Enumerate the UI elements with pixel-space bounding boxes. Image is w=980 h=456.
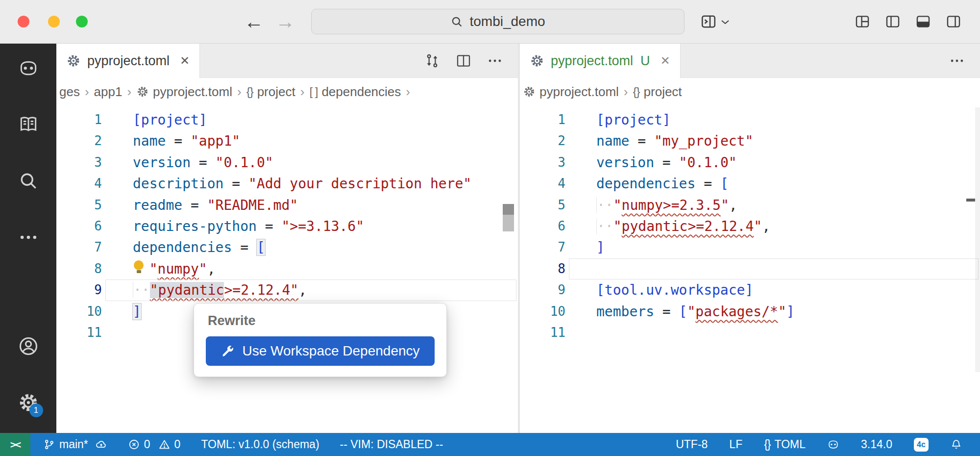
- minimize-window-button[interactable]: [48, 16, 60, 27]
- scrollbar-thumb[interactable]: [503, 204, 514, 231]
- close-window-button[interactable]: [18, 16, 29, 27]
- code-line-5[interactable]: 5··"numpy>=2.3.5",: [520, 195, 980, 216]
- breadcrumb-item-project[interactable]: {}project: [246, 84, 295, 100]
- more-actions-icon[interactable]: [949, 52, 965, 69]
- notifications-item[interactable]: [950, 438, 962, 451]
- breadcrumb-item-dependencies[interactable]: [ ]dependencies: [309, 84, 401, 100]
- git-branch-item[interactable]: main*: [43, 438, 107, 451]
- braces-symbol-icon: {}: [633, 85, 640, 99]
- breadcrumb-item-pyproject.toml[interactable]: pyproject.toml: [136, 84, 232, 100]
- token: ": [778, 304, 786, 320]
- code-action-popup: Rewrite Use Workspace Dependency: [194, 303, 447, 377]
- command-center[interactable]: tombi_demo: [311, 9, 685, 34]
- more-actions-icon[interactable]: [487, 52, 503, 69]
- breadcrumb-label: pyproject.toml: [539, 84, 619, 100]
- line-number: 7: [56, 237, 102, 258]
- extension-4c-item[interactable]: 4c: [914, 438, 929, 452]
- use-workspace-dependency-button[interactable]: Use Workspace Dependency: [206, 336, 435, 366]
- search-icon: [450, 15, 464, 28]
- scrollbar[interactable]: [975, 107, 980, 372]
- breadcrumb-item-pyproject.toml[interactable]: pyproject.toml: [523, 84, 619, 100]
- toggle-primary-sidebar-icon[interactable]: [884, 13, 901, 30]
- wrench-icon: [220, 344, 235, 358]
- token: "0.1.0": [216, 154, 273, 171]
- token: numpy: [158, 261, 199, 277]
- close-tab-icon[interactable]: ✕: [661, 54, 670, 68]
- breadcrumb-item-ges[interactable]: ges: [59, 84, 80, 100]
- code-line-3[interactable]: 3version = "0.1.0": [520, 152, 980, 173]
- branch-icon: [43, 438, 55, 451]
- toml-version-item[interactable]: TOML: v1.0.0 (schema): [201, 438, 319, 451]
- close-tab-icon[interactable]: ✕: [180, 54, 190, 68]
- code-line-7[interactable]: 7dependencies = [: [56, 237, 518, 258]
- token: "0.1.0": [679, 154, 737, 171]
- code-line-9[interactable]: 9··"pydantic>=2.12.4",: [56, 279, 518, 301]
- token: ]: [596, 239, 605, 255]
- eol-item[interactable]: LF: [729, 438, 742, 451]
- code-line-8[interactable]: 8"numpy",: [56, 258, 518, 279]
- breadcrumbs-right: pyproject.toml›{}project: [520, 78, 980, 105]
- token: [tool.uv.workspace]: [596, 282, 753, 298]
- code-line-3[interactable]: 3version = "0.1.0": [56, 152, 518, 173]
- toggle-secondary-sidebar-icon[interactable]: [945, 13, 962, 30]
- token: [: [720, 176, 729, 192]
- forward-icon[interactable]: →: [275, 9, 295, 34]
- back-icon[interactable]: ←: [244, 9, 264, 34]
- open-changes-icon[interactable]: [424, 52, 441, 69]
- code-line-5[interactable]: 5readme = "README.md": [56, 195, 518, 216]
- line-number: 3: [56, 152, 102, 173]
- toggle-panel-icon[interactable]: [915, 13, 931, 30]
- language-mode-item[interactable]: {} TOML: [764, 438, 806, 451]
- vim-status-item[interactable]: -- VIM: DISABLED --: [340, 438, 443, 451]
- tab-pyproject-right[interactable]: pyproject.toml U ✕: [520, 44, 681, 78]
- remote-indicator[interactable]: ><: [0, 433, 30, 456]
- chevron-down-icon[interactable]: [720, 19, 730, 25]
- toml-file-icon: [66, 53, 81, 68]
- line-content: ··"pydantic>=2.12.4",: [565, 216, 770, 237]
- editor-group-left: pyproject.toml ✕ ges›app1›pyproject.toml…: [56, 44, 518, 433]
- breadcrumb-separator: ›: [127, 84, 131, 100]
- token: =: [232, 239, 257, 255]
- code-line-10[interactable]: 10members = ["packages/*"]: [520, 301, 980, 322]
- remote-glyph: ><: [10, 439, 21, 451]
- code-line-9[interactable]: 9[tool.uv.workspace]: [520, 279, 980, 301]
- token: ": [199, 261, 207, 277]
- token: [: [257, 239, 265, 255]
- code-line-4[interactable]: 4dependencies = [: [520, 173, 980, 194]
- python-version-item[interactable]: 3.14.0: [861, 438, 892, 451]
- customize-layout-icon[interactable]: [700, 13, 717, 30]
- line-content: dependencies = [: [565, 173, 729, 194]
- breadcrumb-item-app1[interactable]: app1: [94, 84, 122, 100]
- code-line-1[interactable]: 1[project]: [56, 109, 518, 130]
- zoom-window-button[interactable]: [76, 16, 88, 27]
- code-line-2[interactable]: 2name = "my_project": [520, 130, 980, 152]
- breadcrumb-item-project[interactable]: {}project: [633, 84, 682, 100]
- code-line-6[interactable]: 6··"pydantic>=2.12.4",: [520, 216, 980, 237]
- status-bar: >< main* 0 0: [0, 433, 980, 456]
- code-line-7[interactable]: 7]: [520, 237, 980, 258]
- code-line-6[interactable]: 6requires-python = ">=3.13.6": [56, 216, 518, 237]
- line-number: 2: [56, 130, 102, 152]
- breadcrumb-separator: ›: [85, 84, 89, 100]
- tab-pyproject-left[interactable]: pyproject.toml ✕: [56, 44, 200, 78]
- code-line-11[interactable]: 11: [520, 322, 980, 343]
- copilot-status-item[interactable]: [827, 438, 839, 451]
- code-line-8[interactable]: 8: [520, 258, 980, 279]
- token: ,: [762, 218, 770, 234]
- lightbulb-icon[interactable]: [133, 259, 149, 274]
- code-line-2[interactable]: 2name = "app1": [56, 130, 518, 152]
- split-editor-icon[interactable]: [455, 52, 472, 69]
- problems-item[interactable]: 0 0: [128, 438, 181, 451]
- code-line-4[interactable]: 4description = "Add your description her…: [56, 173, 518, 194]
- token: ··: [133, 282, 150, 298]
- encoding-item[interactable]: UTF-8: [676, 438, 708, 451]
- breadcrumbs-left: ges›app1›pyproject.toml›{}project›[ ]dep…: [56, 78, 518, 105]
- code-editor-left[interactable]: 1[project]2name = "app1"3version = "0.1.…: [56, 105, 518, 433]
- customize-layout-panels-icon[interactable]: [854, 13, 871, 30]
- code-editor-right[interactable]: 1[project]2name = "my_project"3version =…: [520, 105, 980, 433]
- token: ">=3.13.6": [281, 218, 364, 234]
- token: =: [182, 197, 207, 213]
- token: =: [257, 218, 282, 234]
- code-line-1[interactable]: 1[project]: [520, 109, 980, 130]
- breadcrumb-label: app1: [94, 84, 122, 100]
